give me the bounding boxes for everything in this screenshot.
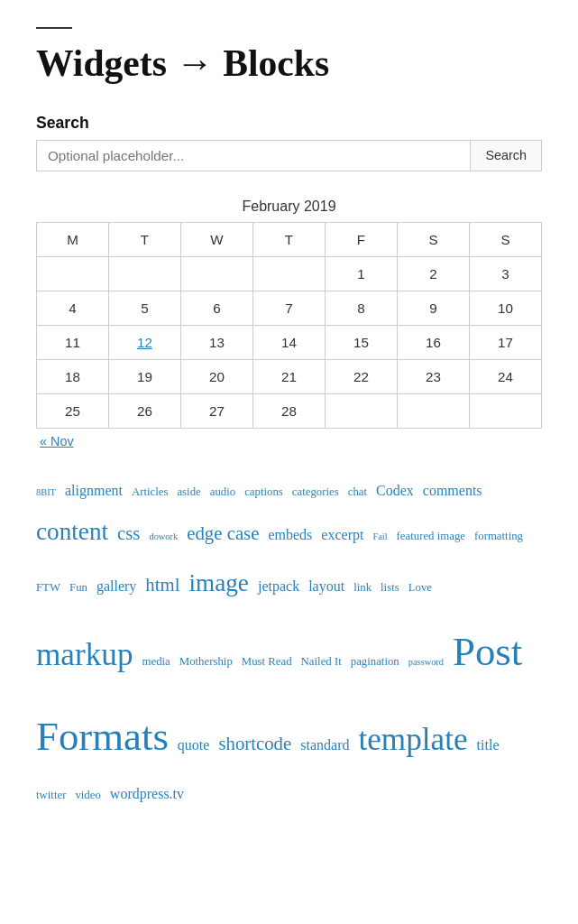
calendar-day: 28 [253, 393, 326, 428]
calendar-day: 15 [326, 325, 398, 359]
calendar-header: W [181, 222, 253, 256]
tag-link[interactable]: video [75, 789, 100, 801]
tag-link[interactable]: Love [408, 581, 432, 594]
tag-link[interactable]: Mothership [179, 655, 233, 668]
calendar-day: 9 [398, 291, 470, 325]
tag-link[interactable]: chat [348, 485, 367, 498]
calendar-day: 1 [326, 256, 398, 291]
calendar-day: 10 [470, 291, 542, 325]
tag-link[interactable]: css [117, 522, 140, 543]
tag-link[interactable]: jetpack [258, 578, 299, 594]
page-title: Widgets → Blocks [36, 42, 542, 87]
tag-link[interactable]: Must Read [242, 655, 292, 668]
calendar-day: 17 [470, 325, 542, 359]
calendar-empty [470, 393, 542, 428]
calendar-day: 19 [109, 359, 181, 393]
calendar-day: 11 [37, 325, 109, 359]
tag-link[interactable]: gallery [96, 578, 136, 594]
tag-link[interactable]: Fun [69, 581, 87, 594]
tag-link[interactable]: captions [244, 485, 283, 498]
calendar-day: 13 [181, 325, 253, 359]
calendar-day: 14 [253, 325, 326, 359]
calendar-day: 23 [398, 359, 470, 393]
search-form: Search [36, 140, 542, 171]
search-input[interactable] [36, 140, 471, 171]
tag-link[interactable]: password [408, 657, 444, 667]
tag-link[interactable]: image [189, 569, 249, 596]
search-button[interactable]: Search [471, 140, 542, 171]
top-rule [36, 27, 72, 29]
calendar-header: T [109, 222, 181, 256]
tag-link[interactable]: link [353, 581, 372, 594]
calendar-day: 2 [398, 256, 470, 291]
tag-link[interactable]: title [477, 737, 500, 753]
tag-link[interactable]: comments [423, 483, 482, 498]
tag-link[interactable]: twitter [36, 789, 66, 801]
tag-link[interactable]: embeds [268, 527, 312, 542]
calendar-day: 6 [181, 291, 253, 325]
calendar-day: 7 [253, 291, 326, 325]
tag-link[interactable]: dowork [149, 531, 178, 541]
tag-link[interactable]: Codex [376, 483, 414, 498]
calendar-table: MTWTFSS 12345678910111213141516171819202… [36, 222, 542, 429]
tag-link[interactable]: layout [308, 578, 344, 594]
calendar-nav: « Nov [36, 434, 542, 448]
calendar-header: M [37, 222, 109, 256]
tag-link[interactable]: audio [210, 485, 235, 498]
calendar-header: S [398, 222, 470, 256]
calendar-empty [253, 256, 326, 291]
calendar-day: 20 [181, 359, 253, 393]
calendar-header: S [470, 222, 542, 256]
calendar-day: 8 [326, 291, 398, 325]
tag-link[interactable]: Nailed It [301, 655, 342, 668]
calendar-day[interactable]: 12 [109, 325, 181, 359]
calendar-day: 24 [470, 359, 542, 393]
calendar-empty [181, 256, 253, 291]
search-heading: Search [36, 114, 542, 133]
tag-link[interactable]: edge case [187, 522, 259, 543]
calendar-empty [326, 393, 398, 428]
tag-link[interactable]: formatting [474, 530, 523, 542]
tag-link[interactable]: 8BIT [36, 487, 56, 497]
tag-link[interactable]: aside [177, 485, 200, 498]
tag-link[interactable]: Articles [132, 485, 169, 498]
calendar-day: 21 [253, 359, 326, 393]
calendar-day: 18 [37, 359, 109, 393]
tag-link[interactable]: wordpress.tv [110, 786, 184, 801]
calendar-header: F [326, 222, 398, 256]
calendar-day: 4 [37, 291, 109, 325]
calendar-section: February 2019 MTWTFSS 123456789101112131… [36, 199, 542, 448]
calendar-prev-link[interactable]: « Nov [40, 434, 74, 448]
tag-cloud: 8BIT alignment Articles aside audio capt… [36, 476, 542, 809]
tag-link[interactable]: shortcode [218, 733, 291, 753]
tag-link[interactable]: lists [381, 581, 399, 594]
tag-link[interactable]: quote [178, 737, 210, 753]
calendar-day: 16 [398, 325, 470, 359]
tag-link[interactable]: excerpt [321, 527, 363, 542]
search-section: Search Search [36, 114, 542, 171]
calendar-day: 26 [109, 393, 181, 428]
tag-link[interactable]: FTW [36, 581, 60, 594]
tag-link[interactable]: pagination [351, 655, 399, 668]
calendar-day-link[interactable]: 12 [137, 335, 152, 350]
tag-link[interactable]: content [36, 518, 108, 545]
tag-link[interactable]: template [358, 722, 467, 757]
tag-link[interactable]: media [142, 655, 170, 668]
calendar-day: 25 [37, 393, 109, 428]
tag-link[interactable]: alignment [65, 483, 123, 498]
calendar-day: 5 [109, 291, 181, 325]
tag-link[interactable]: featured image [397, 530, 465, 542]
calendar-day: 27 [181, 393, 253, 428]
tag-link[interactable]: markup [36, 637, 133, 672]
calendar-day: 3 [470, 256, 542, 291]
calendar-title: February 2019 [36, 199, 542, 215]
calendar-empty [398, 393, 470, 428]
tag-link[interactable]: Fail [372, 531, 387, 541]
calendar-empty [37, 256, 109, 291]
tag-link[interactable]: html [145, 574, 179, 595]
tag-link[interactable]: categories [292, 485, 339, 498]
calendar-day: 22 [326, 359, 398, 393]
calendar-empty [109, 256, 181, 291]
calendar-header: T [253, 222, 326, 256]
tag-link[interactable]: standard [300, 737, 349, 753]
